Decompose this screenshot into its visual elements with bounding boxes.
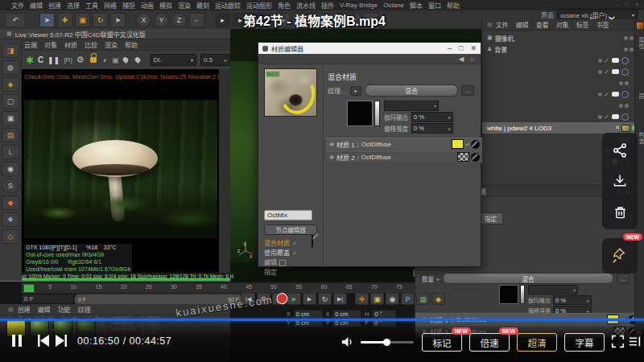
play-icon[interactable]: ▶ — [287, 293, 301, 305]
next-frame-icon[interactable]: ▶ — [303, 293, 316, 305]
playhead[interactable] — [23, 284, 35, 293]
material-preview[interactable]: MIX — [264, 68, 317, 117]
channel-edit[interactable]: 编辑 — [264, 258, 300, 268]
octane-magnet-icon[interactable]: ◆ — [2, 195, 19, 210]
dialog-titlebar[interactable]: 材质编辑器 – □ ✕ — [258, 43, 481, 54]
object-row-background[interactable]: ♟ 背景 — [482, 43, 640, 55]
prev-button[interactable] — [37, 335, 50, 347]
phong-tag-icon[interactable] — [621, 68, 629, 76]
menu-window[interactable]: 窗口 — [428, 1, 441, 10]
record-rotation-icon[interactable]: ◉ — [386, 293, 399, 305]
blend-mode-dropdown[interactable]: ▾ — [528, 285, 578, 294]
channel-assign[interactable]: 指定 — [264, 268, 300, 278]
record-scale-icon[interactable]: ▣ — [370, 293, 384, 305]
xpresso-tag-icon[interactable]: ✕ — [615, 125, 620, 131]
pin-button[interactable]: NEW — [602, 238, 638, 274]
blend-mode-dropdown[interactable]: ▾ — [384, 101, 439, 111]
shader-slot-button[interactable]: 混合 — [443, 273, 613, 284]
menu-create[interactable]: 创建 — [48, 1, 61, 10]
goto-end-icon[interactable]: ▶| — [333, 293, 347, 305]
menu-animate[interactable]: 动画 — [141, 1, 154, 10]
share-button[interactable] — [605, 135, 635, 166]
channel-mix-material[interactable]: 混合材质 ✓ — [264, 239, 300, 249]
octane-glossy-icon[interactable]: ▢ — [2, 94, 19, 109]
playlist-button[interactable] — [629, 335, 641, 348]
current-frame-field[interactable] — [21, 294, 74, 304]
material1-color-swatch[interactable] — [452, 139, 464, 149]
fullscreen-button[interactable] — [611, 335, 625, 348]
om-menu-objects[interactable]: 对象 — [556, 20, 569, 29]
menu-pipeline[interactable]: 流水线 — [296, 1, 316, 10]
last-tool-icon[interactable]: ➤ — [110, 13, 126, 27]
x-axis-icon[interactable]: X — [136, 13, 151, 27]
octane-specular-icon[interactable]: ▣ — [2, 111, 19, 125]
home-icon[interactable]: ⌂ — [470, 56, 474, 63]
autokey-icon[interactable]: ▦ — [416, 293, 430, 305]
timeline-ruler[interactable]: 05 1015 2025 3035 4045 5055 6065 7075 80… — [21, 282, 483, 294]
phong-tag-icon[interactable] — [621, 57, 629, 64]
cycle-icon[interactable]: ↻ — [318, 293, 332, 305]
octane-diffuse-icon[interactable]: ◈ — [2, 77, 19, 92]
subtitle-button[interactable]: 字幕 — [564, 333, 605, 352]
filter-dropdown[interactable]: DL▾ — [151, 54, 196, 66]
checkbox-icon[interactable] — [279, 260, 286, 266]
channel-override[interactable]: 使用覆盖 ✓ — [264, 249, 300, 258]
lv-menu-render[interactable]: 渲染 — [105, 40, 118, 49]
object-row[interactable]: ✓ — [482, 55, 635, 66]
texture-tag-icon[interactable] — [621, 125, 630, 132]
lock-resolution-icon[interactable] — [90, 57, 97, 63]
dialog-minimize-icon[interactable]: – — [448, 44, 452, 52]
material2-texture-swatch[interactable] — [457, 152, 469, 162]
z-axis-icon[interactable]: Z — [171, 13, 187, 27]
menu-simulate[interactable]: 模拟 — [159, 1, 172, 10]
octane-target-icon[interactable]: ◉ — [2, 162, 19, 176]
tag-icon[interactable] — [612, 92, 619, 97]
object-row[interactable]: ✓ — [482, 66, 635, 77]
menu-mograph[interactable]: 运动图形 — [246, 1, 272, 10]
dlg-material1-row[interactable]: ◉ 材质 1 | OctDiffuse ▴▾ — [326, 138, 482, 150]
coord-field[interactable]: 0 cm — [294, 310, 323, 319]
side-tab-attributes[interactable]: 属性 — [637, 37, 644, 50]
expand-arrow-icon[interactable]: ▸ — [350, 86, 361, 96]
om-menu-bookmarks[interactable]: 书签 — [597, 20, 609, 29]
volume-knob[interactable] — [383, 339, 390, 346]
octane-sun-icon[interactable]: S — [2, 179, 19, 193]
focus-pin-icon[interactable] — [134, 56, 141, 64]
menu-help[interactable]: 帮助 — [447, 1, 460, 10]
param-field[interactable]: 0 %▸ — [553, 295, 592, 305]
side-tab-layers[interactable]: 层 — [637, 93, 644, 100]
menu-plugins[interactable]: 插件 — [321, 1, 334, 10]
move-icon[interactable]: ✚ — [57, 13, 72, 27]
octane-light-icon[interactable]: L — [2, 145, 19, 159]
os-close-icon[interactable]: × — [635, 1, 639, 8]
quality-button[interactable]: 超清 — [517, 333, 557, 352]
ball-preview-icon[interactable]: ◐ — [103, 56, 108, 64]
amount-slider[interactable] — [520, 285, 525, 304]
restart-icon[interactable]: C — [38, 56, 43, 64]
octane-box-icon[interactable]: ▤ — [2, 128, 19, 142]
material-name-field[interactable] — [264, 210, 312, 220]
menu-vray[interactable]: V-Ray Bridge — [340, 2, 378, 9]
shader-slot-button[interactable]: 混合 — [365, 84, 458, 97]
clear-material-icon[interactable] — [471, 153, 480, 162]
octane-cube-icon[interactable]: ◨ — [2, 43, 19, 58]
shader-value-slider[interactable] — [374, 101, 380, 126]
menu-select[interactable]: 选择 — [67, 1, 80, 10]
menu-sculpt[interactable]: 雕刻 — [196, 1, 209, 10]
om-menu-tags[interactable]: 标签 — [576, 20, 589, 29]
side-tab-structure[interactable]: 构造 — [637, 132, 644, 145]
dlg-material2-row[interactable]: ◉ 材质 2 | OctDiffuse — [326, 150, 482, 163]
more-button[interactable]: … — [461, 85, 474, 96]
download-button[interactable] — [605, 166, 635, 196]
volume-slider[interactable] — [361, 341, 414, 343]
node-editor-button[interactable]: 节点编辑器 — [264, 224, 317, 235]
history-back-icon[interactable]: ◀ — [459, 56, 464, 63]
menu-script[interactable]: 脚本 — [410, 1, 423, 10]
param-field[interactable]: 0 %▸ — [411, 112, 453, 122]
scale-icon[interactable]: ▣ — [75, 13, 90, 27]
phong-tag-icon[interactable] — [621, 113, 629, 121]
menu-character[interactable]: 角色 — [278, 1, 291, 10]
object-row-highlighted[interactable]: white | pdww2 4 LOD3 ✕ — [482, 122, 640, 134]
dialog-close-icon[interactable]: ✕ — [470, 44, 477, 52]
picker-pin-icon[interactable] — [122, 56, 129, 64]
